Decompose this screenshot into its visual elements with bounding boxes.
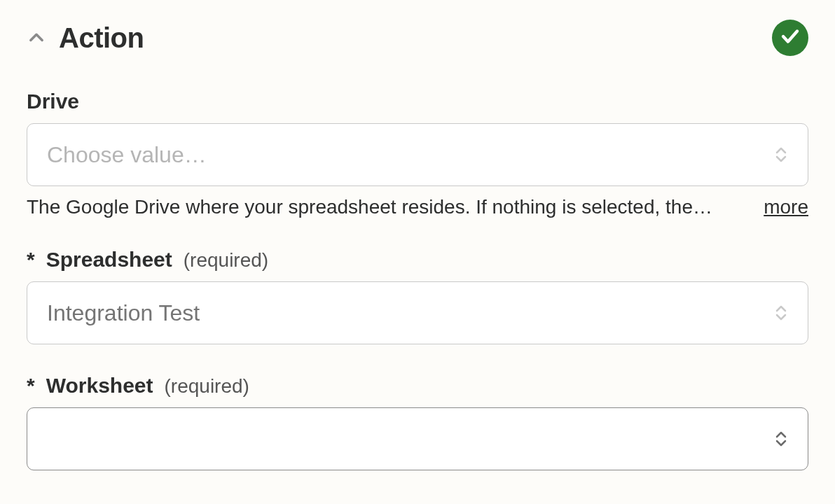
worksheet-asterisk: * bbox=[27, 374, 35, 398]
spreadsheet-label: Spreadsheet bbox=[46, 248, 172, 272]
drive-label: Drive bbox=[27, 90, 79, 113]
worksheet-label: Worksheet bbox=[46, 374, 153, 398]
spreadsheet-field-group: * Spreadsheet (required) Integration Tes… bbox=[27, 248, 808, 344]
select-arrows-icon bbox=[774, 430, 788, 447]
drive-select[interactable]: Choose value… bbox=[27, 123, 808, 186]
drive-more-link[interactable]: more bbox=[764, 196, 808, 218]
section-header: Action bbox=[27, 20, 808, 56]
spreadsheet-asterisk: * bbox=[27, 248, 35, 272]
drive-helper-row: The Google Drive where your spreadsheet … bbox=[27, 196, 808, 218]
spreadsheet-label-row: * Spreadsheet (required) bbox=[27, 248, 808, 272]
worksheet-field-group: * Worksheet (required) bbox=[27, 374, 808, 470]
select-arrows-icon bbox=[774, 146, 788, 163]
drive-placeholder: Choose value… bbox=[47, 142, 207, 168]
drive-label-row: Drive bbox=[27, 90, 808, 113]
worksheet-select[interactable] bbox=[27, 407, 808, 470]
chevron-up-icon[interactable] bbox=[27, 28, 46, 48]
check-badge bbox=[772, 20, 808, 56]
worksheet-label-row: * Worksheet (required) bbox=[27, 374, 808, 398]
worksheet-required: (required) bbox=[165, 375, 249, 398]
section-title: Action bbox=[59, 22, 144, 54]
drive-helper-text: The Google Drive where your spreadsheet … bbox=[27, 196, 747, 218]
spreadsheet-value: Integration Test bbox=[47, 300, 200, 326]
drive-field-group: Drive Choose value… The Google Drive whe… bbox=[27, 90, 808, 218]
spreadsheet-required: (required) bbox=[184, 249, 268, 272]
header-left: Action bbox=[27, 22, 144, 54]
select-arrows-icon bbox=[774, 304, 788, 321]
check-icon bbox=[780, 26, 801, 50]
spreadsheet-select[interactable]: Integration Test bbox=[27, 281, 808, 344]
